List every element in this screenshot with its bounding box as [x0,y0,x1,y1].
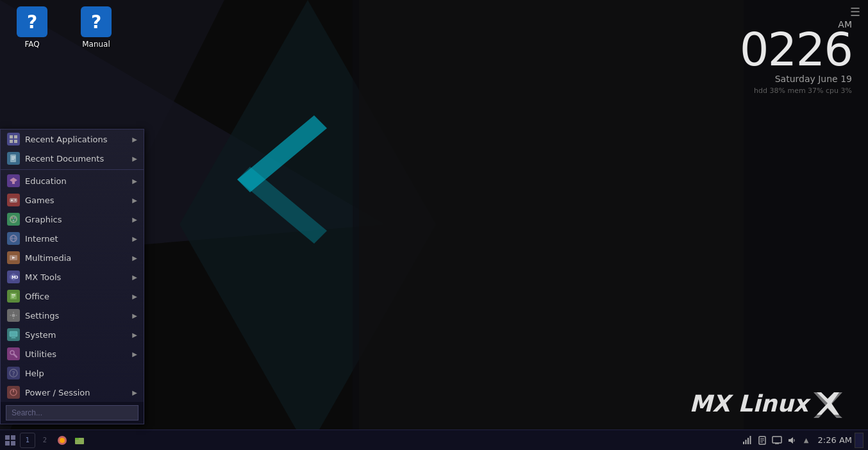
education-icon [7,174,20,187]
svg-text:?: ? [12,371,15,377]
svg-point-40 [12,314,15,317]
svg-rect-16 [12,156,15,157]
svg-rect-14 [14,140,17,143]
svg-rect-60 [747,438,749,444]
svg-rect-59 [745,440,746,444]
svg-rect-41 [10,331,17,337]
manual-desktop-icon[interactable]: ? Manual [71,6,122,49]
volume-icon[interactable] [785,434,798,447]
show-desktop-button[interactable] [855,433,864,448]
svg-rect-50 [5,435,10,440]
manual-icon-image: ? [81,6,112,37]
svg-rect-53 [11,441,15,446]
menu-search-container [1,402,144,424]
svg-rect-52 [5,441,10,446]
display-icon[interactable] [771,434,783,447]
taskbar-right-section: ▲ 2:26 AM [741,433,865,448]
power-session-icon [7,386,20,399]
svg-point-28 [13,220,15,222]
menu-item-games[interactable]: Games ▶ [1,190,144,210]
graphics-arrow: ▶ [132,216,137,223]
help-label: Help [25,369,137,378]
education-label: Education [25,176,127,186]
graphics-label: Graphics [25,215,127,224]
svg-marker-10 [814,392,842,418]
education-arrow: ▶ [132,178,137,185]
utilities-arrow: ▶ [132,351,137,358]
faq-icon-label: FAQ [24,40,39,49]
svg-point-26 [12,217,13,219]
svg-point-24 [15,199,16,201]
desktop: ☰ ? FAQ ? Manual AM 0226 Saturday June 1… [0,0,868,450]
utilities-icon [7,347,20,360]
taskbar-start-button[interactable] [3,433,18,448]
taskbar: 1 2 [0,429,868,450]
svg-rect-21 [10,198,17,203]
svg-rect-42 [12,337,15,338]
hamburger-menu-button[interactable]: ☰ [850,5,860,19]
taskbar-workspace-1[interactable]: 1 [20,433,35,448]
menu-item-education[interactable]: Education ▶ [1,171,144,190]
svg-text:MX: MX [12,275,18,280]
svg-rect-64 [760,440,764,440]
power-session-arrow: ▶ [132,389,137,396]
svg-rect-17 [12,158,15,158]
svg-rect-66 [772,437,781,443]
menu-item-internet[interactable]: Internet ▶ [1,229,144,248]
internet-icon [7,232,20,245]
faq-icon-image: ? [17,6,47,37]
mx-tools-label: MX Tools [25,272,127,282]
svg-marker-8 [359,0,744,450]
help-icon: ? [7,367,20,379]
menu-divider-1 [1,169,144,170]
taskbar-left-section: 1 2 [3,433,87,448]
svg-point-55 [60,438,65,443]
menu-search-input[interactable] [6,405,138,421]
menu-item-utilities[interactable]: Utilities ▶ [1,344,144,363]
mx-x-logo-icon [814,389,842,418]
mx-linux-text: MX Linux [689,390,808,417]
svg-line-45 [14,354,17,358]
recent-applications-label: Recent Applications [25,135,127,144]
start-menu: Recent Applications ▶ Recent Documents ▶ [0,129,144,424]
svg-rect-13 [10,140,13,143]
menu-item-power-session[interactable]: Power / Session ▶ [1,383,144,402]
menu-item-settings[interactable]: Settings ▶ [1,306,144,325]
svg-rect-38 [12,296,15,297]
svg-rect-12 [14,135,17,138]
clock-minute: 26 [796,22,852,76]
system-arrow: ▶ [132,331,137,338]
faq-desktop-icon[interactable]: ? FAQ [6,6,58,49]
recent-applications-icon [7,133,20,146]
taskbar-app-firefox[interactable] [54,433,70,448]
clock-hour: 02 [740,22,796,76]
clipboard-icon[interactable] [756,434,769,447]
clock-time: 0226 [740,26,852,72]
svg-rect-39 [12,297,14,298]
menu-item-mx-tools[interactable]: MX MX Tools ▶ [1,267,144,287]
desktop-icons-container: ? FAQ ? Manual [6,6,122,49]
taskbar-clock: 2:26 AM [818,435,852,445]
menu-item-graphics[interactable]: Graphics ▶ [1,210,144,229]
manual-icon-label: Manual [82,40,110,49]
arrow-up-icon[interactable]: ▲ [800,434,813,447]
games-icon [7,194,20,206]
mx-tools-arrow: ▶ [132,274,137,281]
office-arrow: ▶ [132,293,137,300]
svg-rect-57 [75,438,79,440]
menu-item-recent-applications[interactable]: Recent Applications ▶ [1,129,144,149]
menu-item-recent-documents[interactable]: Recent Documents ▶ [1,149,144,168]
taskbar-workspace-2[interactable]: 2 [37,433,53,448]
svg-rect-58 [743,442,744,444]
menu-item-help[interactable]: ? Help [1,363,144,383]
network-icon[interactable] [741,434,754,447]
menu-item-multimedia[interactable]: Multimedia ▶ [1,248,144,267]
svg-rect-65 [760,442,763,442]
taskbar-app-files[interactable] [72,433,87,448]
internet-label: Internet [25,234,127,244]
menu-item-office[interactable]: Office ▶ [1,287,144,306]
system-icon [7,328,20,341]
clock-widget: AM 0226 Saturday June 19 hdd 38% mem 37%… [740,19,852,95]
menu-item-system[interactable]: System ▶ [1,325,144,344]
system-label: System [25,330,127,340]
